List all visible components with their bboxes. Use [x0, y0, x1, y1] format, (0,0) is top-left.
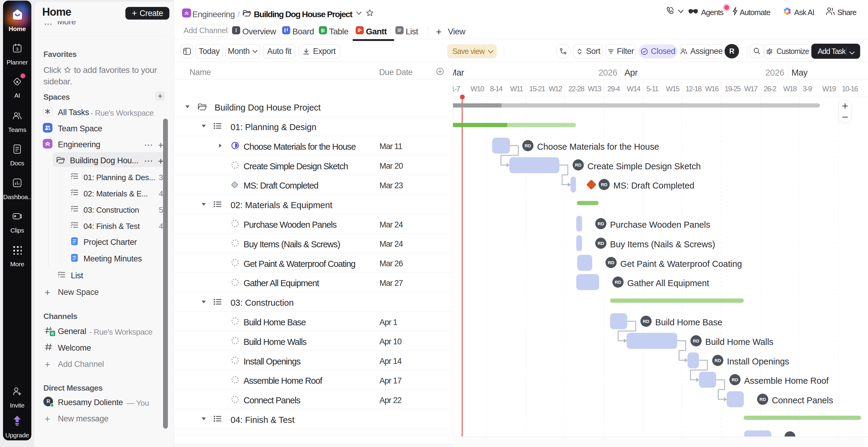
svg-text:3: 3 — [16, 46, 19, 52]
